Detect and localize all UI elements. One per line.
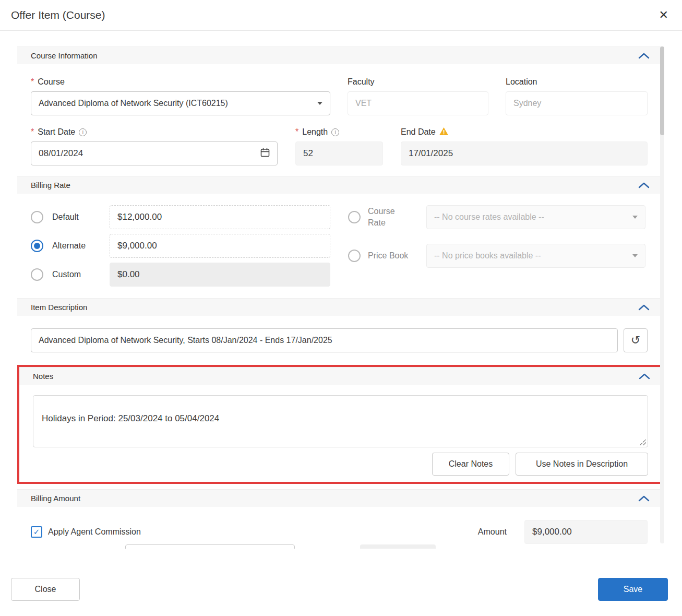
required-marker: * bbox=[295, 127, 298, 137]
modal-body: Course Information *Course Advanced Dipl… bbox=[0, 31, 682, 549]
course-rate-label: Course Rate bbox=[368, 206, 409, 228]
custom-rate-input: $0.00 bbox=[110, 263, 330, 287]
alternate-rate-input[interactable]: $9,000.00 bbox=[110, 234, 330, 258]
red-highlight-annotation: Notes Holidays in Period: 25/03/2024 to … bbox=[17, 365, 664, 484]
restore-description-button[interactable]: ↺ bbox=[624, 328, 648, 352]
info-icon: i bbox=[79, 128, 87, 136]
billing-amount-header[interactable]: Billing Amount bbox=[17, 489, 661, 507]
notes-textarea[interactable]: Holidays in Period: 25/03/2024 to 05/04/… bbox=[33, 395, 648, 447]
end-date-label: End Date bbox=[401, 127, 436, 137]
item-description-header[interactable]: Item Description bbox=[17, 298, 661, 316]
chevron-up-icon[interactable] bbox=[639, 373, 650, 380]
course-select[interactable]: Advanced Diploma of Network Security (IC… bbox=[31, 91, 330, 115]
calendar-icon[interactable] bbox=[260, 148, 270, 159]
warning-icon bbox=[439, 127, 448, 137]
notes-section: Notes Holidays in Period: 25/03/2024 to … bbox=[19, 367, 662, 482]
use-notes-in-description-button[interactable]: Use Notes in Description bbox=[516, 453, 648, 476]
caret-down-icon bbox=[632, 216, 638, 219]
partial-clipped-input[interactable] bbox=[125, 544, 295, 549]
length-label: Length bbox=[302, 127, 328, 137]
start-date-label: Start Date bbox=[38, 127, 75, 137]
start-date-value: 08/01/2024 bbox=[39, 148, 83, 159]
chevron-up-icon[interactable] bbox=[638, 495, 650, 502]
course-label: Course bbox=[38, 77, 65, 87]
location-field: Location Sydney bbox=[506, 76, 648, 115]
item-description-input[interactable]: Advanced Diploma of Network Security, St… bbox=[31, 328, 618, 352]
modal-footer: Close Save bbox=[0, 578, 682, 601]
billing-rate-section: Billing Rate Default $12,000.00 Alternat… bbox=[17, 176, 661, 298]
length-field: * Length i 52 bbox=[295, 126, 383, 165]
caret-down-icon bbox=[317, 102, 322, 105]
partial-clipped-button[interactable] bbox=[360, 544, 436, 549]
rate-option-group: Default $12,000.00 Alternate $9,000.00 C… bbox=[31, 205, 330, 287]
length-input: 52 bbox=[295, 141, 383, 165]
course-information-section: Course Information *Course Advanced Dipl… bbox=[17, 46, 661, 176]
section-title: Billing Rate bbox=[31, 181, 70, 189]
clear-notes-button[interactable]: Clear Notes bbox=[432, 453, 509, 476]
course-field: *Course Advanced Diploma of Network Secu… bbox=[31, 76, 330, 115]
course-rate-radio[interactable] bbox=[348, 211, 361, 223]
chevron-up-icon[interactable] bbox=[638, 182, 650, 188]
custom-rate-radio[interactable] bbox=[31, 268, 43, 281]
apply-agent-commission-checkbox[interactable]: ✓ bbox=[31, 526, 42, 538]
chevron-up-icon[interactable] bbox=[638, 304, 650, 311]
default-rate-label: Default bbox=[52, 212, 110, 222]
notes-text: Holidays in Period: 25/03/2024 to 05/04/… bbox=[42, 413, 219, 423]
history-icon: ↺ bbox=[631, 334, 640, 347]
faculty-field: Faculty VET bbox=[348, 76, 488, 115]
check-icon: ✓ bbox=[33, 527, 40, 537]
default-rate-radio[interactable] bbox=[31, 211, 43, 223]
faculty-label: Faculty bbox=[348, 77, 375, 87]
chevron-up-icon[interactable] bbox=[638, 53, 650, 59]
required-marker: * bbox=[31, 127, 34, 137]
location-input: Sydney bbox=[506, 91, 648, 115]
end-date-input: 17/01/2025 bbox=[401, 141, 648, 165]
amount-label: Amount bbox=[478, 527, 507, 537]
info-icon: i bbox=[331, 128, 339, 136]
price-book-radio[interactable] bbox=[348, 250, 361, 262]
course-rate-placeholder: -- No course rates available -- bbox=[434, 212, 544, 222]
billing-amount-section: Billing Amount ✓ Apply Agent Commission … bbox=[17, 489, 661, 549]
close-button[interactable]: Close bbox=[11, 578, 80, 601]
section-title: Notes bbox=[33, 372, 53, 381]
required-marker: * bbox=[31, 77, 34, 87]
billing-rate-header[interactable]: Billing Rate bbox=[17, 176, 661, 194]
end-date-field: End Date 17/01/2025 bbox=[401, 126, 648, 165]
apply-agent-commission-label: Apply Agent Commission bbox=[48, 527, 141, 537]
custom-rate-label: Custom bbox=[52, 270, 110, 279]
location-label: Location bbox=[506, 77, 537, 87]
alternate-rate-label: Alternate bbox=[52, 241, 110, 251]
start-date-input[interactable]: 08/01/2024 bbox=[31, 141, 278, 165]
scrollbar-thumb[interactable] bbox=[660, 46, 664, 135]
start-date-field: * Start Date i 08/01/2024 bbox=[31, 126, 278, 165]
resize-handle[interactable] bbox=[640, 439, 646, 445]
close-icon[interactable]: ✕ bbox=[659, 9, 668, 21]
item-description-section: Item Description Advanced Diploma of Net… bbox=[17, 298, 661, 365]
caret-down-icon bbox=[632, 254, 638, 257]
modal-header: Offer Item (Course) ✕ bbox=[0, 0, 682, 31]
save-button[interactable]: Save bbox=[598, 578, 668, 601]
rate-source-group: Course Rate -- No course rates available… bbox=[348, 205, 645, 287]
price-book-select: -- No price books available -- bbox=[426, 244, 645, 268]
price-book-label: Price Book bbox=[368, 250, 409, 262]
modal-title: Offer Item (Course) bbox=[11, 9, 105, 21]
faculty-input: VET bbox=[348, 91, 488, 115]
section-title: Item Description bbox=[31, 303, 87, 312]
alternate-rate-radio[interactable] bbox=[31, 240, 43, 252]
course-rate-select: -- No course rates available -- bbox=[426, 205, 645, 229]
default-rate-input[interactable]: $12,000.00 bbox=[110, 205, 330, 229]
course-information-header[interactable]: Course Information bbox=[17, 46, 661, 64]
notes-header[interactable]: Notes bbox=[19, 367, 662, 385]
scrollbar[interactable] bbox=[660, 46, 664, 543]
section-title: Course Information bbox=[31, 51, 98, 60]
section-title: Billing Amount bbox=[31, 494, 80, 503]
course-select-value: Advanced Diploma of Network Security (IC… bbox=[39, 99, 228, 108]
amount-input: $9,000.00 bbox=[524, 520, 648, 544]
price-book-placeholder: -- No price books available -- bbox=[434, 251, 541, 260]
